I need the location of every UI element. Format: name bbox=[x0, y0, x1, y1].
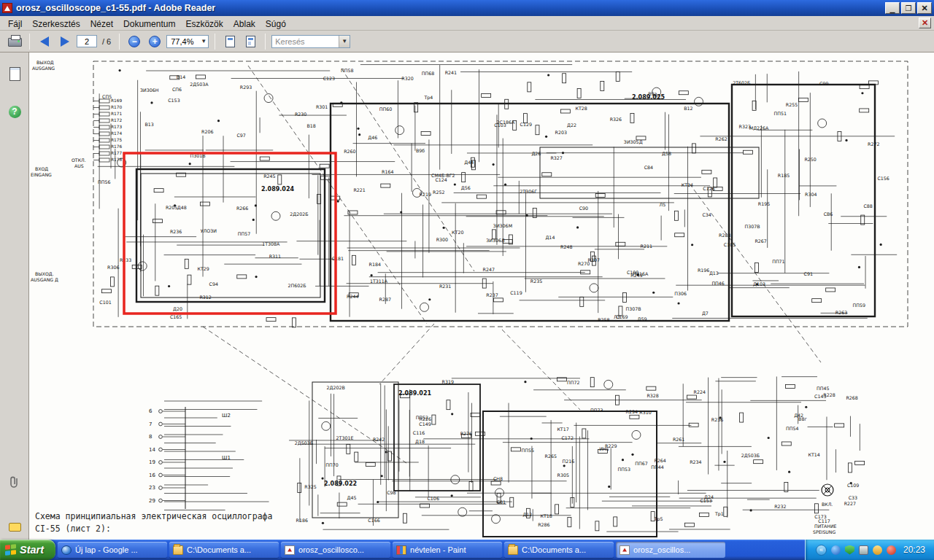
svg-text:С119: С119 bbox=[510, 290, 522, 295]
svg-text:2.089.021: 2.089.021 bbox=[398, 390, 431, 397]
toolbar-separator bbox=[29, 34, 30, 50]
single-page-view-button[interactable] bbox=[221, 33, 239, 50]
svg-text:П307В: П307В bbox=[625, 306, 641, 311]
svg-text:Д13: Д13 bbox=[709, 271, 719, 276]
previous-page-button[interactable] bbox=[36, 33, 53, 50]
zoom-out-button[interactable]: − bbox=[126, 33, 143, 50]
document-close-icon[interactable] bbox=[919, 18, 931, 28]
svg-text:R230: R230 bbox=[295, 112, 306, 117]
svg-text:Д12: Д12 bbox=[522, 512, 532, 517]
arrow-left-icon bbox=[40, 36, 49, 47]
svg-text:7: 7 bbox=[149, 421, 152, 427]
minimize-button[interactable] bbox=[885, 2, 900, 14]
svg-text:С109: С109 bbox=[847, 483, 859, 488]
folder-icon bbox=[173, 545, 183, 555]
svg-text:ПП56: ПП56 bbox=[98, 179, 110, 184]
svg-text:R231: R231 bbox=[439, 284, 451, 289]
continuous-page-icon bbox=[246, 36, 255, 47]
svg-text:ЗИ306Н: ЗИ306Н bbox=[140, 88, 159, 93]
svg-text:Д14: Д14 bbox=[545, 235, 555, 240]
taskbar-button[interactable]: C:\Documents a... bbox=[504, 542, 614, 558]
tray-antivirus-shield-icon[interactable] bbox=[845, 545, 854, 555]
taskbar-button[interactable]: orosz_oscillos... bbox=[616, 542, 725, 558]
svg-text:С81: С81 bbox=[497, 499, 506, 505]
svg-text:2Т301Е: 2Т301Е bbox=[336, 435, 354, 440]
svg-text:Д26: Д26 bbox=[531, 151, 541, 156]
svg-text:AUSGANG Д: AUSGANG Д bbox=[31, 277, 58, 282]
search-input[interactable] bbox=[272, 37, 339, 46]
svg-text:2.089.025: 2.089.025 bbox=[632, 94, 665, 101]
svg-text:R221: R221 bbox=[353, 187, 365, 192]
tray-network-icon[interactable] bbox=[831, 545, 841, 555]
menu-item-3[interactable]: Dokumentum bbox=[118, 18, 180, 31]
menu-item-1[interactable]: Szerkesztés bbox=[27, 18, 85, 31]
page-number-input[interactable] bbox=[77, 35, 97, 47]
print-button[interactable] bbox=[6, 33, 23, 50]
tray-status-icon[interactable] bbox=[887, 545, 896, 555]
chevron-down-icon bbox=[201, 38, 207, 44]
taskbar-button-label: C:\Documents a... bbox=[522, 545, 610, 554]
workspace: ? R211С90R227С912С186АС33R219ПП51R224С16… bbox=[0, 52, 934, 540]
help-button[interactable]: ? bbox=[7, 104, 23, 120]
hide-tray-icons-button[interactable] bbox=[816, 545, 827, 556]
menu-item-5[interactable]: Ablak bbox=[228, 18, 260, 31]
continuous-view-button[interactable] bbox=[242, 33, 259, 50]
svg-text:R255: R255 bbox=[786, 102, 798, 107]
single-page-icon bbox=[225, 36, 235, 47]
comments-panel-button[interactable] bbox=[7, 519, 23, 535]
svg-text:R173: R173 bbox=[111, 125, 122, 129]
svg-text:Л3: Л3 bbox=[614, 314, 620, 319]
svg-text:R177: R177 bbox=[111, 151, 122, 155]
toolbar: / 6 − + 77,4% bbox=[0, 31, 934, 52]
search-dropdown-button[interactable] bbox=[339, 36, 350, 47]
svg-text:2Д503Б: 2Д503Б bbox=[295, 440, 313, 446]
taskbar-button[interactable]: orosz_oscillosco... bbox=[281, 542, 390, 558]
svg-text:R233: R233 bbox=[120, 257, 131, 262]
svg-text:Д45: Д45 bbox=[347, 495, 357, 500]
attachments-panel-button[interactable] bbox=[7, 474, 23, 490]
caption-line-1: Схема принципиальная электрическая осцил… bbox=[35, 510, 272, 523]
svg-text:R186: R186 bbox=[296, 518, 308, 523]
menu-bar: FájlSzerkesztésNézetDokumentumEszközökAb… bbox=[0, 16, 934, 31]
pages-panel-button[interactable] bbox=[7, 66, 23, 82]
start-button[interactable]: Start bbox=[0, 540, 55, 560]
menu-item-4[interactable]: Eszközök bbox=[180, 18, 228, 31]
menu-item-0[interactable]: Fájl bbox=[3, 18, 27, 31]
svg-text:R268: R268 bbox=[846, 395, 857, 400]
svg-text:ПИТАНИЕ: ПИТАНИЕ bbox=[814, 524, 837, 529]
tray-volume-icon[interactable] bbox=[859, 545, 868, 555]
svg-text:ПП72: ПП72 bbox=[567, 380, 579, 385]
maximize-button[interactable] bbox=[901, 2, 916, 14]
svg-text:ВЫХОД: ВЫХОД bbox=[36, 60, 54, 65]
document-page[interactable]: R211С90R227С912С186АС33R219ПП51R224С169П… bbox=[29, 52, 934, 540]
zoom-level-value: 77,4% bbox=[171, 37, 193, 46]
search-box bbox=[271, 35, 350, 48]
svg-text:С149: С149 bbox=[419, 421, 431, 427]
svg-text:ПП70: ПП70 bbox=[325, 462, 338, 467]
menu-item-2[interactable]: Nézet bbox=[85, 18, 118, 31]
svg-text:R293: R293 bbox=[240, 85, 252, 90]
svg-text:С153: С153 bbox=[168, 98, 180, 103]
svg-text:Ш1: Ш1 bbox=[222, 455, 231, 461]
zoom-level-select[interactable]: 77,4% bbox=[166, 35, 209, 48]
close-button[interactable] bbox=[917, 2, 932, 14]
menu-item-6[interactable]: Súgó bbox=[260, 18, 291, 31]
svg-text:EINGANG: EINGANG bbox=[31, 172, 52, 177]
folder-icon bbox=[508, 545, 518, 555]
taskbar-button[interactable]: C:\Documents a... bbox=[169, 542, 279, 558]
svg-text:8: 8 bbox=[149, 434, 152, 440]
svg-text:ПП55: ПП55 bbox=[521, 448, 533, 453]
svg-text:R245: R245 bbox=[263, 174, 275, 179]
taskbar-button-label: orosz_oscillosco... bbox=[298, 545, 387, 554]
zoom-in-button[interactable]: + bbox=[146, 33, 163, 50]
svg-text:2Д503Б: 2Д503Б bbox=[741, 453, 760, 458]
svg-text:R328: R328 bbox=[647, 393, 658, 398]
taskbar-button-label: névtelen - Paint bbox=[410, 545, 498, 554]
taskbar-button[interactable]: Új lap - Google ... bbox=[58, 542, 167, 558]
taskbar-button[interactable]: névtelen - Paint bbox=[393, 542, 502, 558]
svg-text:R250: R250 bbox=[804, 157, 816, 162]
svg-text:R304: R304 bbox=[805, 192, 817, 197]
tray-update-icon[interactable] bbox=[873, 545, 882, 555]
start-button-label: Start bbox=[20, 544, 44, 556]
next-page-button[interactable] bbox=[56, 33, 74, 50]
